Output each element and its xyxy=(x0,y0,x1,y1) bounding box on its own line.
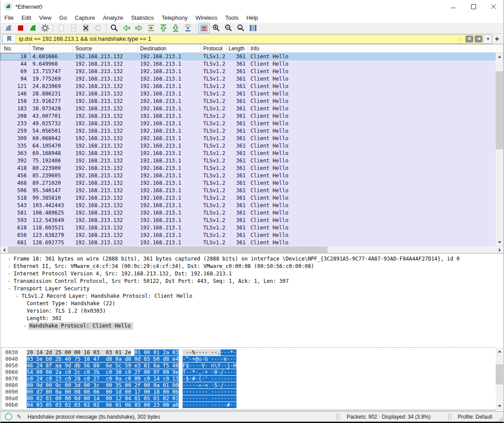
packet-row[interactable]: 50695.340147192.168.213.132192.168.213.1… xyxy=(0,187,504,194)
find-packet-icon[interactable] xyxy=(109,23,120,33)
packet-row[interactable]: 543103.442443192.168.213.132192.168.213.… xyxy=(0,202,504,209)
display-filter-field[interactable]: ⚠ ✕ ➜ ▼ xyxy=(2,34,492,44)
capture-options-icon[interactable] xyxy=(39,23,51,33)
packet-row[interactable]: 23349.025732192.168.213.132192.168.213.1… xyxy=(0,120,504,127)
menu-wireless[interactable]: Wireless xyxy=(191,13,221,23)
menu-statistics[interactable]: Statistics xyxy=(127,13,158,23)
apply-filter-button[interactable]: ➜ xyxy=(475,35,483,42)
bytes-vertical-scrollbar[interactable] xyxy=(496,348,503,410)
clear-filter-button[interactable]: ✕ xyxy=(465,35,473,42)
scroll-right-button[interactable] xyxy=(496,247,504,254)
packet-row[interactable]: 681128.692775192.168.213.132192.168.213.… xyxy=(0,239,504,247)
colorize-icon[interactable] xyxy=(198,23,210,33)
packet-row[interactable]: 14628.886231192.168.213.132192.168.213.1… xyxy=(0,90,504,98)
detail-line[interactable]: Content Type: Handshake (22) xyxy=(0,300,504,307)
scroll-thumb[interactable] xyxy=(496,71,503,149)
display-filter-input[interactable] xyxy=(16,35,458,43)
menu-help[interactable]: Help xyxy=(243,13,262,23)
detail-line[interactable]: ›Handshake Protocol: Client Hello xyxy=(0,322,504,330)
expand-icon[interactable]: › xyxy=(6,263,13,270)
hex-row[interactable]: 0070c0 24 c0 23 c0 28 c0 27 c0 0a c0 09 … xyxy=(2,376,496,382)
close-button[interactable] xyxy=(483,0,504,13)
resize-columns-icon[interactable] xyxy=(247,23,259,33)
scroll-down-button[interactable] xyxy=(496,239,503,246)
hex-row[interactable]: 009000 d7 00 0a 00 08 00 06 00 1d 00 17 … xyxy=(2,389,496,395)
collapse-icon[interactable]: › xyxy=(6,286,13,293)
resize-grip[interactable] xyxy=(501,419,502,421)
column-header-time[interactable]: Time xyxy=(30,45,73,53)
zoom-in-icon[interactable] xyxy=(211,23,222,33)
go-back-icon[interactable] xyxy=(121,23,132,33)
expand-icon[interactable]: › xyxy=(6,255,13,263)
stop-capture-icon[interactable] xyxy=(15,23,26,33)
expand-icon[interactable]: › xyxy=(6,270,13,278)
packet-row[interactable]: 618118.603521192.168.213.132192.168.213.… xyxy=(0,224,504,232)
menu-file[interactable]: File xyxy=(0,13,18,23)
packet-list-horizontal-scrollbar[interactable] xyxy=(0,247,504,254)
menu-tools[interactable]: Tools xyxy=(221,13,242,23)
scroll-thumb[interactable] xyxy=(496,364,503,384)
hex-row[interactable]: 006054 00 00 2a c0 2c c0 2b c0 30 c0 2f … xyxy=(2,369,496,376)
detail-line[interactable]: ›Frame 18: 361 bytes on wire (2888 bits)… xyxy=(0,255,504,263)
hex-row[interactable]: 004003 5e b0 2b 40 75 18 47 d8 0a d8 0d … xyxy=(2,356,496,363)
packet-row[interactable]: 12124.823069192.168.213.132192.168.213.1… xyxy=(0,83,504,90)
detail-line[interactable]: ›TLSv1.2 Record Layer: Handshake Protoco… xyxy=(0,293,504,300)
packet-row[interactable]: 33564.105470192.168.213.132192.168.213.1… xyxy=(0,142,504,150)
collapse-icon[interactable]: › xyxy=(14,293,21,300)
minimize-button[interactable] xyxy=(443,0,463,13)
packet-row[interactable]: 6913.715747192.168.213.132192.168.213.1T… xyxy=(0,68,504,75)
detail-line[interactable]: ›Transmission Control Protocol, Src Port… xyxy=(0,278,504,285)
packet-row[interactable]: 46889.271020192.168.213.132192.168.213.1… xyxy=(0,180,504,187)
column-header-protocol[interactable]: Protocol xyxy=(201,45,226,53)
packet-row[interactable]: 184.601666192.168.213.132192.168.213.1TL… xyxy=(0,53,504,60)
go-last-icon[interactable] xyxy=(170,23,181,33)
packet-row[interactable]: 36369.168948192.168.213.132192.168.213.1… xyxy=(0,150,504,157)
menu-capture[interactable]: Capture xyxy=(71,13,99,23)
add-filter-button[interactable]: + xyxy=(492,35,502,43)
detail-line[interactable]: Length: 302 xyxy=(0,315,504,322)
scroll-down-button[interactable] xyxy=(496,402,503,410)
menu-analyze[interactable]: Analyze xyxy=(99,13,127,23)
packet-row[interactable]: 656123.638279192.168.213.132192.168.213.… xyxy=(0,232,504,239)
go-forward-icon[interactable] xyxy=(133,23,145,33)
packet-row[interactable]: 449.649968192.168.213.132192.168.213.1TL… xyxy=(0,60,504,68)
filter-dropdown-button[interactable]: ▼ xyxy=(484,35,492,43)
menu-telephony[interactable]: Telephony xyxy=(158,13,191,23)
profile-label[interactable]: Profile: Default xyxy=(451,414,504,420)
scroll-up-button[interactable] xyxy=(496,348,503,355)
packet-row[interactable]: 51899.385810192.168.213.132192.168.213.1… xyxy=(0,194,504,202)
scroll-left-button[interactable] xyxy=(0,247,8,254)
packet-list-vertical-scrollbar[interactable] xyxy=(496,53,503,246)
detail-line[interactable]: ›Transport Layer Security xyxy=(0,285,504,293)
hex-row[interactable]: 003020 14 2d 25 00 00 16 03 03 01 2e 01 … xyxy=(2,349,496,356)
packet-row[interactable]: 581108.489625192.168.213.132192.168.213.… xyxy=(0,209,504,217)
column-header-info[interactable]: Info xyxy=(248,45,504,53)
start-capture-icon[interactable] xyxy=(3,23,14,33)
column-header-source[interactable]: Source xyxy=(73,45,138,53)
column-header-no[interactable]: No. xyxy=(0,45,30,53)
detail-line[interactable]: ›Ethernet II, Src: VMware_c4:cf:34 (00:0… xyxy=(0,263,504,270)
expand-icon[interactable]: › xyxy=(21,322,28,330)
restart-capture-icon[interactable] xyxy=(27,23,39,33)
packet-row[interactable]: 30960.068042192.168.213.132192.168.213.1… xyxy=(0,135,504,142)
menu-view[interactable]: View xyxy=(35,13,55,23)
column-header-length[interactable]: Length xyxy=(226,45,248,53)
close-file-icon[interactable] xyxy=(80,23,92,33)
column-header-destination[interactable]: Destination xyxy=(138,45,201,53)
packet-row[interactable]: 39275.192406192.168.213.132192.168.213.1… xyxy=(0,157,504,165)
maximize-button[interactable] xyxy=(463,0,483,13)
scroll-thumb[interactable] xyxy=(8,247,328,254)
packet-row[interactable]: 20843.007701192.168.213.132192.168.213.1… xyxy=(0,113,504,120)
menu-edit[interactable]: Edit xyxy=(18,13,35,23)
packet-row[interactable]: 45685.239605192.168.213.132192.168.213.1… xyxy=(0,172,504,180)
expert-info-icon[interactable] xyxy=(5,413,12,420)
filter-bookmark-button[interactable] xyxy=(3,35,16,43)
packet-row[interactable]: 593112.543649192.168.213.132192.168.213.… xyxy=(0,217,504,224)
scroll-up-button[interactable] xyxy=(496,53,503,60)
auto-scroll-icon[interactable] xyxy=(182,23,194,33)
detail-line[interactable]: Version: TLS 1.2 (0x0303) xyxy=(0,307,504,315)
hex-row[interactable]: 00b004 03 05 03 02 03 02 02 06 01 06 03 … xyxy=(2,402,496,409)
packet-row[interactable]: 41880.223900192.168.213.132192.168.213.1… xyxy=(0,165,504,172)
detail-line[interactable]: ›Internet Protocol Version 4, Src: 192.1… xyxy=(0,270,504,278)
zoom-reset-icon[interactable] xyxy=(235,23,247,33)
